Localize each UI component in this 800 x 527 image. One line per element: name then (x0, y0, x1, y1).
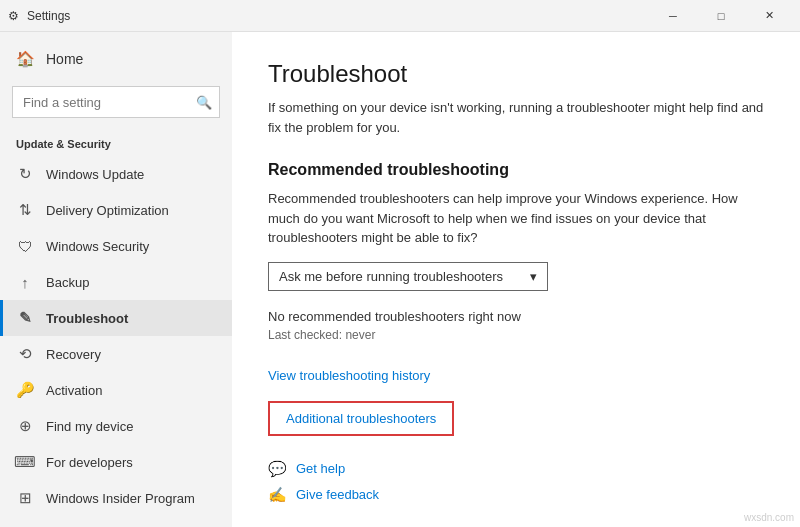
find-my-device-icon: ⊕ (16, 417, 34, 435)
no-troubleshooters-text: No recommended troubleshooters right now (268, 309, 764, 324)
recovery-icon: ⟲ (16, 345, 34, 363)
give-feedback-item[interactable]: ✍ Give feedback (268, 486, 764, 504)
titlebar-controls: ─ □ ✕ (650, 0, 792, 32)
titlebar-title: ⚙ Settings (8, 9, 70, 23)
watermark: wxsdn.com (744, 512, 794, 523)
chevron-down-icon: ▾ (530, 269, 537, 284)
sidebar-item-troubleshoot[interactable]: ✎ Troubleshoot (0, 300, 232, 336)
sidebar: 🏠 Home 🔍 Update & Security ↻ Windows Upd… (0, 32, 232, 527)
help-section: 💬 Get help ✍ Give feedback (268, 460, 764, 504)
get-help-label: Get help (296, 461, 345, 476)
home-icon: 🏠 (16, 50, 34, 68)
get-help-item[interactable]: 💬 Get help (268, 460, 764, 478)
settings-icon: ⚙ (8, 9, 19, 23)
sidebar-item-label: Windows Security (46, 239, 149, 254)
give-feedback-icon: ✍ (268, 486, 286, 504)
search-input[interactable] (12, 86, 220, 118)
maximize-button[interactable]: □ (698, 0, 744, 32)
page-description: If something on your device isn't workin… (268, 98, 764, 137)
activation-icon: 🔑 (16, 381, 34, 399)
sidebar-item-backup[interactable]: ↑ Backup (0, 264, 232, 300)
page-title: Troubleshoot (268, 60, 764, 88)
recommended-description: Recommended troubleshooters can help imp… (268, 189, 764, 248)
for-developers-icon: ⌨ (16, 453, 34, 471)
close-button[interactable]: ✕ (746, 0, 792, 32)
sidebar-item-label: Delivery Optimization (46, 203, 169, 218)
sidebar-item-label: For developers (46, 455, 133, 470)
view-history-link[interactable]: View troubleshooting history (268, 368, 430, 383)
sidebar-item-delivery-optimization[interactable]: ⇅ Delivery Optimization (0, 192, 232, 228)
app-body: 🏠 Home 🔍 Update & Security ↻ Windows Upd… (0, 32, 800, 527)
sidebar-item-activation[interactable]: 🔑 Activation (0, 372, 232, 408)
minimize-button[interactable]: ─ (650, 0, 696, 32)
recommended-heading: Recommended troubleshooting (268, 161, 764, 179)
troubleshoot-icon: ✎ (16, 309, 34, 327)
last-checked-text: Last checked: never (268, 328, 764, 342)
sidebar-item-label: Troubleshoot (46, 311, 128, 326)
titlebar: ⚙ Settings ─ □ ✕ (0, 0, 800, 32)
sidebar-section-label: Update & Security (0, 126, 232, 156)
search-icon: 🔍 (196, 95, 212, 110)
search-box: 🔍 (12, 86, 220, 118)
troubleshooter-dropdown[interactable]: Ask me before running troubleshooters ▾ (268, 262, 548, 291)
sidebar-home-label: Home (46, 51, 83, 67)
sidebar-item-windows-update[interactable]: ↻ Windows Update (0, 156, 232, 192)
sidebar-item-label: Find my device (46, 419, 133, 434)
sidebar-item-for-developers[interactable]: ⌨ For developers (0, 444, 232, 480)
windows-insider-icon: ⊞ (16, 489, 34, 507)
additional-troubleshooters-button[interactable]: Additional troubleshooters (268, 401, 454, 436)
sidebar-item-label: Backup (46, 275, 89, 290)
sidebar-item-find-my-device[interactable]: ⊕ Find my device (0, 408, 232, 444)
give-feedback-label: Give feedback (296, 487, 379, 502)
dropdown-value: Ask me before running troubleshooters (279, 269, 503, 284)
sidebar-item-label: Recovery (46, 347, 101, 362)
sidebar-item-home[interactable]: 🏠 Home (0, 40, 232, 78)
sidebar-item-recovery[interactable]: ⟲ Recovery (0, 336, 232, 372)
sidebar-item-windows-insider[interactable]: ⊞ Windows Insider Program (0, 480, 232, 516)
delivery-optimization-icon: ⇅ (16, 201, 34, 219)
get-help-icon: 💬 (268, 460, 286, 478)
content-area: Troubleshoot If something on your device… (232, 32, 800, 527)
sidebar-item-label: Windows Update (46, 167, 144, 182)
windows-update-icon: ↻ (16, 165, 34, 183)
sidebar-item-windows-security[interactable]: 🛡 Windows Security (0, 228, 232, 264)
additional-troubleshooters-label: Additional troubleshooters (286, 411, 436, 426)
backup-icon: ↑ (16, 273, 34, 291)
titlebar-text: Settings (27, 9, 70, 23)
sidebar-item-label: Windows Insider Program (46, 491, 195, 506)
windows-security-icon: 🛡 (16, 237, 34, 255)
sidebar-item-label: Activation (46, 383, 102, 398)
